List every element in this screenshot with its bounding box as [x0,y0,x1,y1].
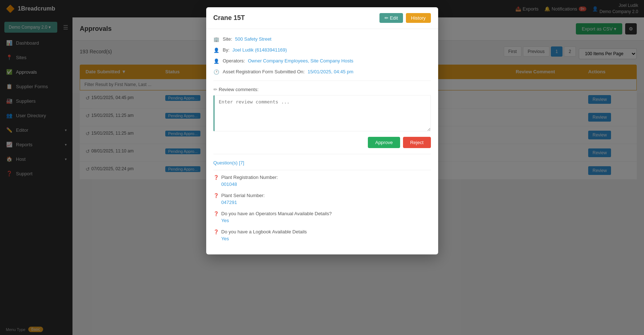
by-label: By: [223,47,230,53]
building-icon: 🏢 [213,37,220,42]
qa-question: ❓ Do you have an Operators Manual Availa… [213,211,431,216]
modal-title: Crane 15T [213,14,245,22]
question-text: Do you have an Operators Manual Availabl… [221,211,332,216]
form-info-row: 🕐 Asset Registration Form Submitted On: … [213,69,431,75]
qa-item-3: ❓ Do you have an Operators Manual Availa… [213,211,431,223]
review-comments-label: ✏ Review comments: [213,87,431,92]
action-buttons: Approve Reject [213,137,431,148]
qa-divider [213,170,431,170]
qa-question: ❓ Do you have a Logbook Available Detail… [213,229,431,234]
pencil-icon: ✏ [213,87,217,92]
qa-item-1: ❓ Plant Registration Number: 001048 [213,175,431,187]
question-icon: ❓ [213,193,219,198]
pencil-icon: ✏ [385,15,389,21]
user-name-link: Joel Ludik [232,47,254,53]
question-icon: ❓ [213,211,219,216]
question-text: Plant Serial Number: [221,193,265,198]
section-divider-2 [213,154,431,154]
modal-actions: ✏ Edit History [379,13,431,23]
questions-section: Question(s) [7] [213,160,431,166]
reject-button[interactable]: Reject [403,137,431,148]
operators-label: Operators: [223,58,245,64]
qa-answer: Yes [213,218,431,223]
user-link[interactable]: Joel Ludik (61483941169) [232,47,287,53]
qa-item-2: ❓ Plant Serial Number: 047291 [213,193,431,205]
edit-button[interactable]: ✏ Edit [379,13,403,23]
qa-question: ❓ Plant Serial Number: [213,193,431,198]
by-info-row: 👤 By: Joel Ludik (61483941169) [213,47,431,53]
edit-label: Edit [390,15,398,21]
qa-item-4: ❓ Do you have a Logbook Available Detail… [213,229,431,241]
operators-info-row: 👤 Operators: Owner Company Employees, Si… [213,58,431,64]
review-comments-textarea[interactable] [213,95,431,131]
question-text: Plant Registration Number: [221,175,278,180]
approval-modal: Crane 15T ✏ Edit History 🏢 Site: 500 Saf… [206,7,438,254]
site-link[interactable]: 500 Safety Street [235,36,271,42]
operators-link[interactable]: Owner Company Employees, Site Company Ho… [248,58,353,64]
operators-icon: 👤 [213,58,220,64]
clock-icon: 🕐 [213,69,220,75]
modal-body: 🏢 Site: 500 Safety Street 👤 By: Joel Lud… [206,29,438,254]
site-info-row: 🏢 Site: 500 Safety Street [213,36,431,42]
qa-answer: 047291 [213,200,431,205]
question-icon: ❓ [213,229,219,234]
questions-toggle[interactable]: Question(s) [7] [213,160,244,166]
qa-answer: Yes [213,236,431,241]
question-icon: ❓ [213,175,219,180]
user-phone: (61483941169) [255,47,287,53]
qa-answer: 001048 [213,181,431,187]
history-button[interactable]: History [406,13,431,23]
modal-header: Crane 15T ✏ Edit History [206,7,438,29]
modal-overlay[interactable]: Crane 15T ✏ Edit History 🏢 Site: 500 Saf… [0,0,644,335]
approve-button[interactable]: Approve [368,137,400,148]
section-divider [213,81,431,81]
site-label: Site: [223,36,232,42]
qa-question: ❓ Plant Registration Number: [213,175,431,180]
form-label: Asset Registration Form Submitted On: [223,69,305,74]
person-icon: 👤 [213,48,220,53]
form-date-link[interactable]: 15/01/2025, 04:45 pm [308,69,354,74]
question-text: Do you have a Logbook Available Details [221,229,307,234]
